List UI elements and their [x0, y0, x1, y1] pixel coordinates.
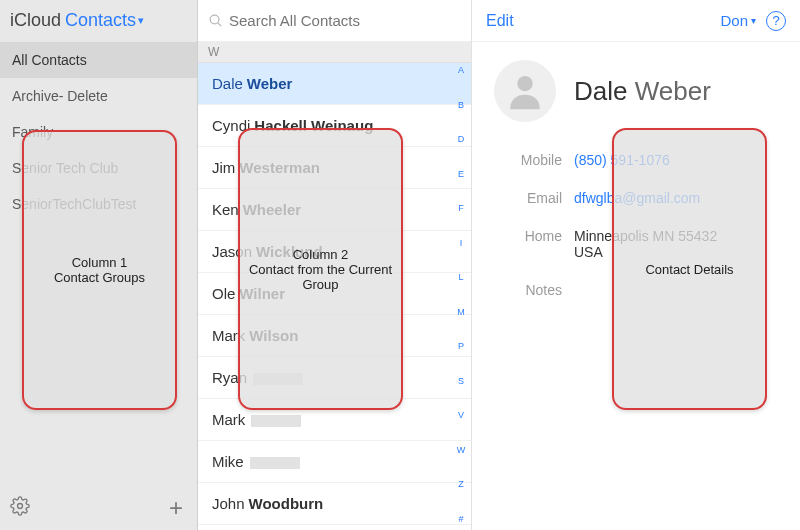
edit-button[interactable]: Edit: [486, 12, 514, 30]
brand-label: iCloud: [10, 10, 61, 31]
search-row: [198, 0, 471, 42]
field-value[interactable]: dfwglba@gmail.com: [574, 190, 700, 206]
field-label: Home: [494, 228, 574, 260]
app-switcher-label: Contacts: [65, 10, 136, 31]
contact-row[interactable]: DaleWeber: [198, 63, 471, 105]
contact-last-name: Weber: [635, 76, 711, 106]
index-letter[interactable]: P: [453, 342, 469, 351]
index-letter[interactable]: L: [453, 273, 469, 282]
contact-row[interactable]: KenWheeler: [198, 189, 471, 231]
index-letter[interactable]: E: [453, 170, 469, 179]
detail-field: HomeMinneapolis MN 55432 USA: [494, 228, 778, 260]
svg-line-2: [218, 23, 221, 26]
field-label: Mobile: [494, 152, 574, 168]
index-letter[interactable]: B: [453, 101, 469, 110]
sidebar-item[interactable]: Family: [0, 114, 197, 150]
help-icon[interactable]: ?: [766, 11, 786, 31]
detail-fields: Mobile(850) 591-1076Emaildfwglba@gmail.c…: [494, 152, 778, 298]
index-letter[interactable]: F: [453, 204, 469, 213]
index-letter[interactable]: M: [453, 308, 469, 317]
chevron-down-icon: ▾: [138, 14, 144, 27]
svg-point-1: [210, 15, 219, 24]
field-label: Email: [494, 190, 574, 206]
index-letter[interactable]: V: [453, 411, 469, 420]
group-list: All ContactsArchive- DeleteFamilySenior …: [0, 42, 197, 486]
sidebar-footer: +: [0, 486, 197, 530]
user-menu-label: Don: [720, 12, 748, 29]
sidebar-item[interactable]: Senior Tech Club: [0, 150, 197, 186]
header-right: Don ▾ ?: [720, 11, 786, 31]
contact-row[interactable]: Mike: [198, 441, 471, 483]
index-letter[interactable]: W: [453, 446, 469, 455]
svg-point-3: [517, 76, 532, 91]
search-input[interactable]: [229, 12, 461, 29]
sidebar: iCloud Contacts ▾ All ContactsArchive- D…: [0, 0, 198, 530]
gear-icon[interactable]: [10, 496, 30, 520]
detail-field: Emaildfwglba@gmail.com: [494, 190, 778, 206]
user-menu[interactable]: Don ▾: [720, 12, 756, 29]
detail-field: Mobile(850) 591-1076: [494, 152, 778, 168]
contact-name: Dale Weber: [574, 76, 711, 107]
index-letter[interactable]: Z: [453, 480, 469, 489]
index-letter[interactable]: D: [453, 135, 469, 144]
contact-first-name: Dale: [574, 76, 627, 106]
index-letter[interactable]: A: [453, 66, 469, 75]
svg-point-0: [18, 504, 23, 509]
sidebar-item[interactable]: All Contacts: [0, 42, 197, 78]
contact-row[interactable]: Mark: [198, 399, 471, 441]
contact-row[interactable]: JasonWicklund: [198, 231, 471, 273]
detail-field: Notes: [494, 282, 778, 298]
sidebar-item[interactable]: SeniorTechClubTest: [0, 186, 197, 222]
chevron-down-icon: ▾: [751, 15, 756, 26]
contact-list[interactable]: DaleWeberCyndiHackell WeinaugJimWesterma…: [198, 63, 471, 530]
contact-row[interactable]: JohnWoodburn: [198, 483, 471, 525]
contact-row[interactable]: Ryan: [198, 357, 471, 399]
contact-row[interactable]: JimWesterman: [198, 147, 471, 189]
contact-row[interactable]: CyndiHackell Weinaug: [198, 105, 471, 147]
index-letter[interactable]: S: [453, 377, 469, 386]
contact-row[interactable]: OleWilner: [198, 273, 471, 315]
index-letter[interactable]: I: [453, 239, 469, 248]
details-header: Edit Don ▾ ?: [472, 0, 800, 42]
sidebar-item[interactable]: Archive- Delete: [0, 78, 197, 114]
avatar: [494, 60, 556, 122]
details-column: Edit Don ▾ ? Dale Weber: [472, 0, 800, 530]
field-value[interactable]: (850) 591-1076: [574, 152, 670, 168]
detail-body: Dale Weber Mobile(850) 591-1076Emaildfwg…: [472, 42, 800, 338]
name-row: Dale Weber: [494, 60, 778, 122]
sidebar-header: iCloud Contacts ▾: [0, 0, 197, 42]
search-icon: [208, 13, 223, 28]
index-letter[interactable]: #: [453, 515, 469, 524]
contact-list-column: W DaleWeberCyndiHackell WeinaugJimWester…: [198, 0, 472, 530]
app-switcher[interactable]: Contacts ▾: [65, 10, 144, 31]
alpha-index[interactable]: ABDEFILMPSVWZ#: [453, 66, 469, 524]
contact-row[interactable]: MarkWilson: [198, 315, 471, 357]
field-label: Notes: [494, 282, 574, 298]
field-value: Minneapolis MN 55432 USA: [574, 228, 717, 260]
add-button[interactable]: +: [169, 496, 183, 520]
list-section-header: W: [198, 42, 471, 63]
